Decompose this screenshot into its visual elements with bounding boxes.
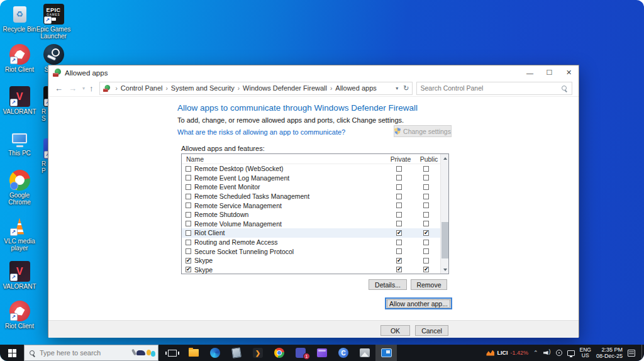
taskbar-app-edge-browser[interactable] <box>204 345 226 361</box>
firewall-app-row[interactable]: Skype <box>182 265 440 274</box>
private-checkbox[interactable] <box>396 248 402 254</box>
breadcrumb-item[interactable]: Control Panel <box>119 84 165 92</box>
app-enabled-checkbox[interactable] <box>186 240 191 245</box>
volume-icon[interactable] <box>543 350 551 356</box>
scroll-down-icon[interactable] <box>441 265 449 274</box>
firewall-app-row[interactable]: Remote Event Log Management <box>182 174 440 183</box>
app-enabled-checkbox[interactable] <box>186 258 191 264</box>
up-button[interactable]: ↑ <box>89 84 94 93</box>
taskbar-app-chrome-browser[interactable] <box>269 345 290 361</box>
app-enabled-checkbox[interactable] <box>186 221 191 226</box>
desktop-icon-vlc-media-player[interactable]: VLC media player <box>1 216 38 252</box>
firewall-app-row[interactable]: Remote Service Management <box>182 201 440 210</box>
private-checkbox[interactable] <box>396 230 402 236</box>
taskbar-app-tablet-app[interactable] <box>226 345 247 361</box>
hidden-icons-chevron[interactable]: ⌃ <box>533 350 538 356</box>
address-dropdown-icon[interactable]: ▾ <box>396 86 398 91</box>
taskbar-app-teams-app[interactable]: 1 <box>290 345 311 361</box>
public-checkbox[interactable] <box>423 221 429 226</box>
public-checkbox[interactable] <box>423 258 429 264</box>
ok-button[interactable]: OK <box>380 325 410 336</box>
private-checkbox[interactable] <box>396 240 402 245</box>
firewall-app-row[interactable]: Remote Volume Management <box>182 219 440 229</box>
recent-locations-icon[interactable]: ▾ <box>82 86 85 91</box>
firewall-app-row[interactable]: Secure Socket Tunneling Protocol <box>182 247 440 256</box>
desktop-icon-riot-client[interactable]: Riot Client <box>1 44 38 73</box>
desktop-icon-riot-client-2[interactable]: Riot Client <box>1 301 38 330</box>
taskbar-app-terminal-app[interactable]: ❯ <box>247 345 269 361</box>
app-enabled-checkbox[interactable] <box>186 166 191 172</box>
firewall-app-row[interactable]: Remote Event Monitor <box>182 182 440 192</box>
public-checkbox[interactable] <box>423 175 429 181</box>
taskbar-app-file-explorer[interactable] <box>183 345 204 361</box>
taskbar-app-task-view-button[interactable] <box>162 345 183 361</box>
private-checkbox[interactable] <box>396 212 402 218</box>
public-checkbox[interactable] <box>423 203 429 208</box>
private-checkbox[interactable] <box>396 184 402 190</box>
app-enabled-checkbox[interactable] <box>186 212 191 218</box>
scroll-up-icon[interactable] <box>441 154 449 162</box>
public-checkbox[interactable] <box>423 194 429 199</box>
cancel-button[interactable]: Cancel <box>415 325 448 336</box>
taskbar-app-control-panel-window[interactable] <box>375 345 397 361</box>
minimize-button[interactable]: — <box>520 65 540 80</box>
scrollbar[interactable] <box>440 154 448 274</box>
app-enabled-checkbox[interactable] <box>186 248 191 254</box>
app-enabled-checkbox[interactable] <box>186 184 191 190</box>
taskbar-app-films-app[interactable] <box>311 345 333 361</box>
firewall-app-row[interactable]: Riot Client <box>182 228 440 238</box>
firewall-app-row[interactable]: Skype <box>182 256 440 265</box>
private-checkbox[interactable] <box>396 194 402 199</box>
public-checkbox[interactable] <box>423 240 429 245</box>
risk-help-link[interactable]: What are the risks of allowing an app to… <box>177 128 345 136</box>
details-button[interactable]: Details... <box>369 279 407 290</box>
start-button[interactable] <box>0 345 24 361</box>
app-enabled-checkbox[interactable] <box>186 194 191 199</box>
firewall-app-row[interactable]: Remote Desktop (WebSocket) <box>182 164 440 174</box>
public-checkbox[interactable] <box>423 230 429 236</box>
private-checkbox[interactable] <box>396 267 402 272</box>
desktop-icon-recycle-bin[interactable]: ♻Recycle Bin <box>1 4 38 33</box>
public-checkbox[interactable] <box>423 184 429 190</box>
search-input[interactable] <box>421 84 561 92</box>
network-icon[interactable] <box>567 350 575 356</box>
taskbar-search-input[interactable] <box>40 349 129 357</box>
breadcrumb-item[interactable]: Allowed apps <box>333 84 378 92</box>
breadcrumb-item[interactable]: Windows Defender Firewall <box>241 84 329 92</box>
change-settings-button[interactable]: Change settings <box>394 125 452 137</box>
app-enabled-checkbox[interactable] <box>186 230 191 236</box>
window-titlebar[interactable]: Allowed apps — ☐ ✕ <box>48 65 579 80</box>
desktop-icon-valorant-2[interactable]: VVALORANT <box>1 261 38 290</box>
private-checkbox[interactable] <box>396 203 402 208</box>
close-button[interactable]: ✕ <box>559 65 579 80</box>
private-checkbox[interactable] <box>396 258 402 264</box>
app-enabled-checkbox[interactable] <box>186 175 191 181</box>
desktop-icon-valorant[interactable]: VVALORANT <box>1 86 38 115</box>
taskbar-app-c-app[interactable]: C <box>333 345 354 361</box>
maximize-button[interactable]: ☐ <box>540 65 559 80</box>
update-icon[interactable] <box>556 350 562 356</box>
firewall-app-row[interactable]: Remote Shutdown <box>182 210 440 219</box>
firewall-app-row[interactable]: Routing and Remote Access <box>182 238 440 247</box>
breadcrumb-item[interactable]: System and Security <box>169 84 236 92</box>
public-checkbox[interactable] <box>423 212 429 218</box>
desktop-icon-this-pc[interactable]: This PC <box>1 128 38 157</box>
action-center-icon[interactable] <box>628 350 635 357</box>
stock-ticker[interactable]: LICI -1.42% <box>486 350 528 356</box>
remove-button[interactable]: Remove <box>411 279 447 290</box>
scrollbar-thumb[interactable] <box>441 222 448 258</box>
public-checkbox[interactable] <box>423 248 429 254</box>
private-checkbox[interactable] <box>396 175 402 181</box>
allow-another-app-button[interactable]: Allow another app... <box>385 297 452 309</box>
private-checkbox[interactable] <box>396 166 402 172</box>
firewall-app-row[interactable]: Remote Scheduled Tasks Management <box>182 192 440 201</box>
language-indicator[interactable]: ENG US <box>580 347 591 358</box>
desktop-icon-google-chrome[interactable]: Google Chrome <box>1 170 38 206</box>
app-enabled-checkbox[interactable] <box>186 267 191 272</box>
show-desktop-button[interactable] <box>641 345 644 361</box>
forward-button[interactable]: → <box>69 84 77 93</box>
taskbar-app-photos-app[interactable] <box>354 345 375 361</box>
clock[interactable]: 2:35 PM 08-Dec-25 <box>596 347 623 359</box>
back-button[interactable]: ← <box>55 84 63 93</box>
private-checkbox[interactable] <box>396 221 402 226</box>
